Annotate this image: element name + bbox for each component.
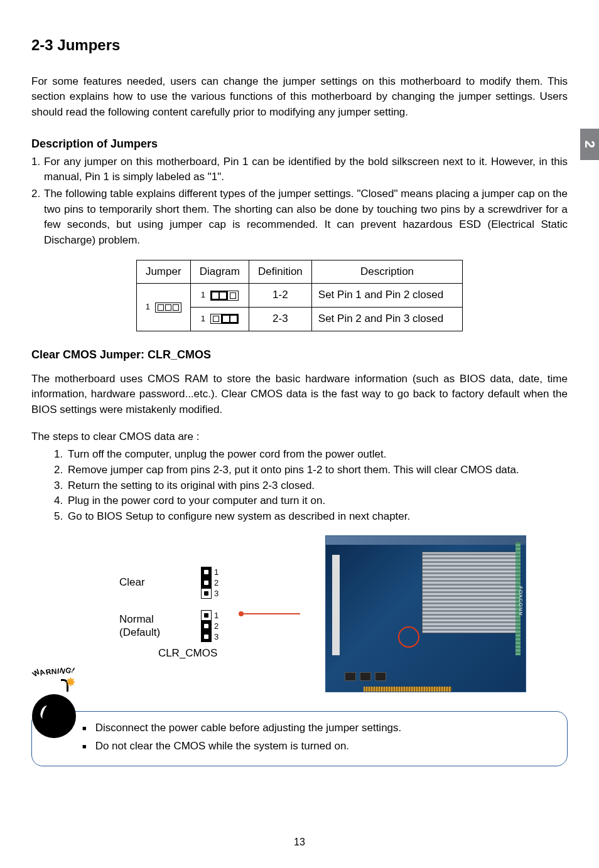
jumper-location-highlight — [398, 626, 419, 648]
step-list: 1.Turn off the computer, unplug the powe… — [54, 447, 568, 524]
clr-cmos-heading: Clear CMOS Jumper: CLR_CMOS — [31, 346, 568, 363]
diagram-12-cell: 1 — [190, 284, 249, 308]
section-title: 2-3 Jumpers — [31, 35, 568, 56]
jumper-states: Clear 1 2 3 Normal(Default) 1 2 3 — [119, 567, 219, 642]
th-description: Description — [311, 260, 462, 284]
step-5: 5.Go to BIOS Setup to configure new syst… — [54, 509, 568, 525]
def-23: 2-3 — [249, 307, 311, 331]
steps-intro: The steps to clear CMOS data are : — [31, 429, 568, 445]
diagram-23-cell: 1 — [190, 307, 249, 331]
jumper-12-icon — [210, 291, 239, 301]
connector-line — [244, 613, 300, 614]
step-3: 3.Return the setting to its original wit… — [54, 478, 568, 494]
figure-row: Clear 1 2 3 Normal(Default) 1 2 3 — [31, 535, 568, 692]
warning-item-1: ■Disconnect the power cable before adjus… — [82, 721, 554, 736]
desc-23: Set Pin 2 and Pin 3 closed — [311, 307, 462, 331]
desc-item-1: 1. For any jumper on this motherboard, P… — [31, 154, 568, 185]
intro-paragraph: For some features needed, users can chan… — [31, 74, 568, 121]
th-jumper: Jumper — [136, 260, 190, 284]
page-number: 13 — [0, 835, 599, 849]
th-diagram: Diagram — [190, 260, 249, 284]
desc-12: Set Pin 1 and Pin 2 closed — [311, 284, 462, 308]
jumper-23-icon — [210, 314, 239, 324]
normal-pins-icon: 1 2 3 — [201, 610, 219, 642]
step-1: 1.Turn off the computer, unplug the powe… — [54, 447, 568, 463]
warning-item-2: ■Do not clear the CMOS while the system … — [82, 739, 554, 754]
warning-box: WARNING! ✸ ■Disconnect the power cable b… — [31, 711, 568, 766]
jumper-base-diagram-cell: 1 — [136, 284, 190, 331]
description-heading: Description of Jumpers — [31, 136, 568, 152]
warning-bomb-icon: WARNING! ✸ — [30, 675, 84, 738]
step-4: 4.Plug in the power cord to your compute… — [54, 493, 568, 509]
clear-pins-icon: 1 2 3 — [201, 567, 219, 599]
def-12: 1-2 — [249, 284, 311, 308]
page-content: 2-3 Jumpers For some features needed, us… — [0, 0, 599, 791]
motherboard-image: FOXCONN — [325, 535, 526, 692]
jumper-base-icon — [155, 303, 181, 313]
step-2: 2.Remove jumper cap from pins 2-3, put i… — [54, 463, 568, 478]
desc-item-2: 2. The following table explains differen… — [31, 186, 568, 249]
clr-cmos-label: CLR_CMOS — [157, 646, 219, 662]
chapter-side-tab: 2 — [580, 129, 599, 160]
jumper-table: Jumper Diagram Definition Description 1 … — [136, 260, 463, 331]
th-definition: Definition — [249, 260, 311, 284]
clr-cmos-paragraph: The motherboard uses CMOS RAM to store t… — [31, 372, 568, 418]
state-clear: Clear 1 2 3 — [119, 567, 219, 599]
state-normal: Normal(Default) 1 2 3 — [119, 610, 219, 642]
